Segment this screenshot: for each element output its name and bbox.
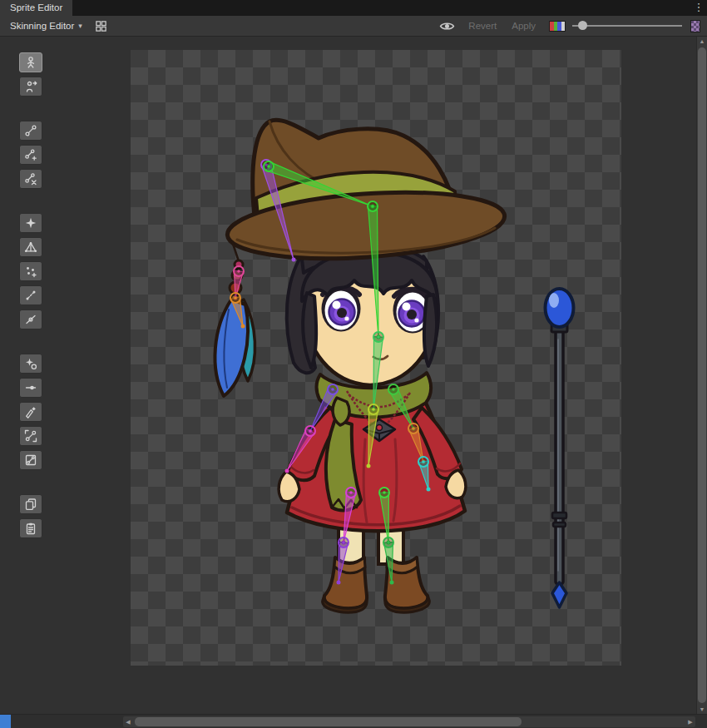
weight-slider-button[interactable] — [19, 378, 42, 398]
bone-joint-center — [237, 270, 240, 273]
bottom-bar: ◀ ▶ — [0, 714, 707, 728]
bone-influence-icon — [24, 429, 37, 443]
copy-button[interactable] — [19, 494, 42, 514]
sprite-sheet-icon — [95, 20, 107, 32]
bone[interactable] — [373, 337, 383, 409]
corner-accent — [0, 715, 11, 728]
split-bone-icon — [24, 172, 37, 186]
zoom-slider[interactable] — [572, 19, 682, 32]
tool-group — [19, 52, 42, 97]
scroll-left-icon[interactable]: ◀ — [123, 716, 133, 727]
tool-group — [19, 354, 42, 470]
bone-joint-center — [371, 205, 374, 208]
restore-bind-pose-icon — [24, 80, 37, 93]
preview-pose-icon — [24, 56, 37, 69]
zoom-slider-knob[interactable] — [578, 21, 587, 30]
create-bone-button[interactable] — [19, 145, 42, 165]
copy-icon — [24, 498, 37, 511]
weight-slider-icon — [24, 381, 37, 394]
sprite-influence-button[interactable] — [19, 450, 42, 470]
bone[interactable] — [344, 492, 355, 542]
skinning-editor-dropdown-label: Skinning Editor — [10, 21, 74, 31]
tool-group — [19, 121, 42, 189]
visibility-button[interactable] — [434, 19, 460, 33]
alpha-channel-icon — [561, 22, 566, 31]
create-edge-button[interactable] — [19, 285, 42, 305]
bones-overlay[interactable] — [131, 50, 621, 666]
bone-joint-center — [267, 165, 270, 168]
tab-sprite-editor[interactable]: Sprite Editor — [0, 0, 72, 16]
color-channels-button[interactable] — [549, 21, 566, 32]
bone-tip[interactable] — [285, 469, 289, 473]
horizontal-scrollbar-thumb[interactable] — [135, 717, 522, 726]
bone-joint-center — [372, 408, 375, 411]
create-edge-icon — [24, 289, 37, 302]
auto-weights-button[interactable] — [19, 354, 42, 374]
weight-brush-icon — [24, 405, 37, 418]
revert-button[interactable]: Revert — [462, 18, 503, 34]
auto-weights-icon — [24, 357, 37, 370]
tool-group — [19, 213, 42, 329]
restore-bind-pose-button[interactable] — [19, 77, 42, 97]
preview-pose-button[interactable] — [19, 52, 42, 72]
vertical-scrollbar-thumb[interactable] — [698, 47, 706, 703]
bone[interactable] — [368, 206, 378, 337]
bone-joint-center — [309, 429, 312, 433]
zoom-slider-track — [572, 25, 682, 27]
apply-button[interactable]: Apply — [505, 18, 542, 34]
skinning-editor-dropdown[interactable]: Skinning Editor ▾ — [4, 18, 88, 34]
bone[interactable] — [267, 162, 373, 206]
weight-brush-button[interactable] — [19, 402, 42, 422]
sprite-texture-area[interactable] — [131, 50, 621, 666]
bone[interactable] — [380, 493, 389, 542]
edit-joints-icon — [24, 124, 37, 137]
bone-joint-center — [331, 388, 334, 391]
bone-joint-center — [412, 427, 415, 430]
create-vertex-button[interactable] — [19, 261, 42, 281]
edit-geometry-icon — [24, 240, 37, 254]
auto-geometry-button[interactable] — [19, 213, 42, 233]
bone-tip[interactable] — [337, 581, 341, 585]
auto-geometry-icon — [24, 216, 37, 230]
bone[interactable] — [368, 409, 378, 466]
main-toolbar: Skinning Editor ▾ Revert Apply — [0, 16, 707, 37]
bone-joint-center — [422, 460, 425, 463]
scroll-up-icon[interactable]: ▲ — [697, 38, 707, 44]
bone-joint-center — [392, 388, 395, 391]
chevron-down-icon: ▾ — [78, 22, 82, 30]
tool-group — [19, 494, 42, 538]
bone-tip[interactable] — [367, 464, 371, 468]
sprite-editor-window: Sprite Editor ⋮ Skinning Editor ▾ Revert… — [0, 0, 707, 728]
tab-strip: Sprite Editor ⋮ — [0, 0, 707, 16]
bone-influence-button[interactable] — [19, 426, 42, 446]
bone-tip[interactable] — [292, 258, 296, 262]
paste-icon — [24, 522, 37, 535]
mipmap-slider[interactable] — [690, 20, 700, 32]
kebab-menu-icon[interactable]: ⋮ — [690, 0, 707, 16]
bone-tip[interactable] — [390, 581, 394, 585]
bone-joint-center — [342, 541, 345, 544]
sprite-sheet-icon-button[interactable] — [90, 18, 112, 34]
bone-joint-center — [377, 335, 380, 339]
scroll-right-icon[interactable]: ▶ — [685, 716, 695, 727]
create-vertex-icon — [24, 265, 37, 278]
bone-joint-center — [349, 491, 353, 494]
edit-joints-button[interactable] — [19, 121, 42, 141]
canvas-region: ▲ ▼ — [0, 37, 707, 714]
skinning-tools-toolbar — [19, 52, 42, 538]
bone-joint-center — [234, 296, 237, 300]
horizontal-scrollbar[interactable]: ◀ ▶ — [123, 716, 695, 727]
bone-joint-center — [387, 541, 390, 544]
create-bone-icon — [24, 148, 37, 161]
vertical-scrollbar[interactable]: ▲ ▼ — [696, 37, 707, 714]
bone-tip[interactable] — [241, 324, 245, 329]
edit-geometry-button[interactable] — [19, 237, 42, 257]
paste-button[interactable] — [19, 518, 42, 538]
bone-tip[interactable] — [427, 488, 431, 492]
eye-icon — [439, 21, 455, 32]
scroll-down-icon[interactable]: ▼ — [697, 706, 707, 712]
split-edge-icon — [24, 313, 37, 326]
bone-joint-center — [383, 491, 386, 494]
split-bone-button[interactable] — [19, 169, 42, 189]
split-edge-button[interactable] — [19, 310, 42, 329]
